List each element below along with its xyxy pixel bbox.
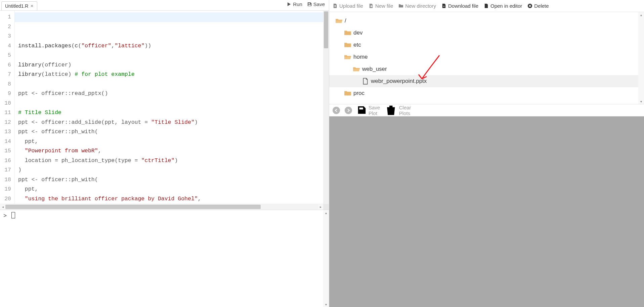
tree-item-proc[interactable]: proc	[329, 87, 638, 99]
code-line[interactable]: ppt <- officer::ph_with(	[18, 175, 323, 185]
code-line[interactable]	[18, 80, 323, 89]
code-line[interactable]: ppt,	[18, 185, 323, 194]
tab-untitled1[interactable]: Untitled1.R ✕	[1, 1, 37, 10]
plot-area	[329, 116, 644, 307]
tab-label: Untitled1.R	[5, 3, 28, 9]
close-icon[interactable]: ✕	[30, 4, 34, 8]
code-line[interactable]: "Powerpoint from webR",	[18, 146, 323, 156]
plot-toolbar: Save Plot Clear Plots	[329, 104, 644, 116]
upload-icon	[333, 3, 338, 8]
open-in-editor-button[interactable]: Open in editor	[484, 3, 522, 9]
console-cursor	[11, 212, 15, 218]
play-icon	[287, 2, 292, 7]
save-plot-button[interactable]: Save Plot	[357, 105, 380, 116]
new-directory-button[interactable]: New directory	[398, 3, 436, 9]
file-icon	[361, 78, 369, 85]
save-plot-icon	[357, 105, 367, 115]
delete-icon	[527, 3, 532, 8]
download-file-button[interactable]: Download file	[441, 3, 478, 9]
tree-item-webr-powerpoint-pptx[interactable]: webr_powerpoint.pptx	[329, 75, 638, 87]
left-pane: Untitled1.R ✕ Run Save 12345678910111213…	[0, 0, 329, 307]
code-line[interactable]: install.packages(c("officer","lattice"))	[18, 41, 323, 51]
tree-item-web-user[interactable]: web_user	[329, 63, 638, 75]
code-line[interactable]: ppt <- officer::add_slide(ppt, layout = …	[18, 118, 323, 127]
new-file-button[interactable]: New file	[369, 3, 393, 9]
save-icon	[307, 2, 312, 7]
arrow-right-icon	[346, 108, 350, 112]
console-scrollbar[interactable]: ▴ ▾	[323, 210, 329, 307]
active-line-highlight	[15, 12, 323, 22]
delete-button[interactable]: Delete	[527, 3, 549, 9]
code-line[interactable]: ppt <- officer::read_pptx()	[18, 89, 323, 99]
code-line[interactable]	[18, 99, 323, 108]
folder-icon	[344, 53, 351, 61]
trash-icon	[385, 104, 397, 117]
editor-tabbar: Untitled1.R ✕ Run Save	[0, 0, 329, 11]
download-icon	[441, 3, 446, 8]
plot-prev-button[interactable]	[333, 107, 340, 114]
clear-plots-button[interactable]: Clear Plots	[385, 104, 411, 117]
code-line[interactable]: library(lattice) # for plot example	[18, 70, 323, 80]
code-line[interactable]: "using the brilliant officer package by …	[18, 194, 323, 204]
console-prompt: >	[3, 213, 7, 219]
editor-scrollbar-horizontal[interactable]: ◂ ▸	[0, 204, 329, 210]
tree-item-home[interactable]: home	[329, 51, 638, 63]
open-editor-icon	[484, 3, 489, 8]
code-line[interactable]: ppt <- officer::ph_with(	[18, 127, 323, 137]
upload-file-button[interactable]: Upload file	[333, 3, 363, 9]
code-line[interactable]: # Title Slide	[18, 108, 323, 118]
right-pane: Upload file New file New directory Downl…	[329, 0, 644, 307]
folder-icon	[344, 90, 351, 97]
console-pane[interactable]: > ▴ ▾	[0, 210, 329, 307]
new-file-icon	[369, 3, 374, 8]
plot-next-button[interactable]	[345, 107, 352, 114]
editor-scrollbar-vertical[interactable]	[323, 11, 329, 204]
line-gutter: 1234567891011121314151617181920	[0, 11, 15, 204]
code-line[interactable]: location = ph_location_type(type = "ctrT…	[18, 156, 323, 166]
file-browser-scrollbar[interactable]: ▴ ▾	[638, 12, 644, 104]
file-toolbar: Upload file New file New directory Downl…	[329, 0, 644, 12]
code-line[interactable]: library(officer)	[18, 60, 323, 70]
folder-icon	[353, 65, 360, 73]
folder-icon	[344, 41, 351, 49]
folder-icon	[344, 29, 351, 37]
code-editor[interactable]: 1234567891011121314151617181920 install.…	[0, 11, 329, 204]
tree-root[interactable]: /	[329, 15, 638, 27]
file-browser[interactable]: /devetchomeweb_userwebr_powerpoint.pptxp…	[329, 12, 638, 104]
save-button[interactable]: Save	[307, 1, 325, 7]
new-folder-icon	[398, 3, 403, 8]
arrow-left-icon	[334, 108, 338, 112]
folder-open-icon	[335, 17, 343, 24]
tree-item-dev[interactable]: dev	[329, 27, 638, 39]
run-button[interactable]: Run	[287, 1, 302, 7]
tree-item-etc[interactable]: etc	[329, 39, 638, 51]
code-line[interactable]: ppt,	[18, 137, 323, 147]
code-line[interactable]: )	[18, 165, 323, 175]
code-line[interactable]	[18, 51, 323, 60]
